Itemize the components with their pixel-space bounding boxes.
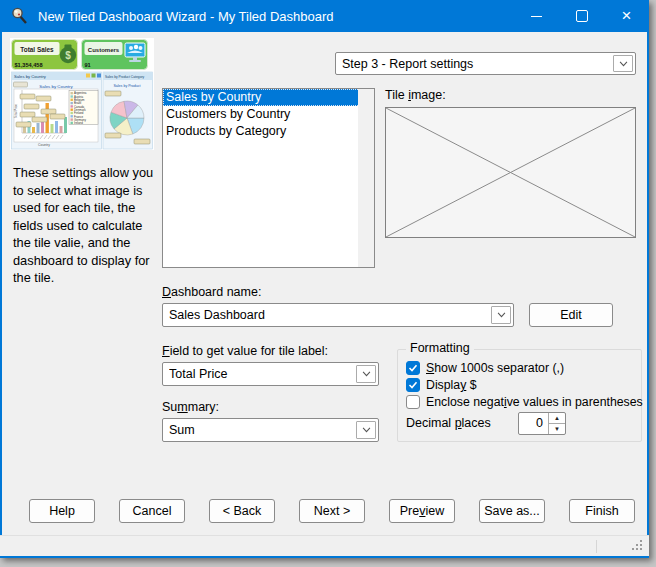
svg-text:Customers: Customers [88,47,120,53]
cancel-button[interactable]: Cancel [119,499,185,523]
preview-bar-chart: Sales by Country Sales by Country Total … [12,72,102,149]
svg-text:Sales by Product: Sales by Product [113,84,140,88]
dashboard-name-dropdown-button[interactable] [491,306,511,324]
help-button[interactable]: Help [29,499,95,523]
enclose-negative-checkbox[interactable] [406,395,420,409]
chevron-down-icon [619,61,628,67]
preview-button[interactable]: Preview [389,499,455,523]
list-item-customers-by-country[interactable]: Customers by Country [163,106,374,123]
chevron-down-icon [362,427,371,433]
svg-text:Ireland: Ireland [74,121,83,125]
wizard-magnifier-icon [11,7,29,25]
preview-tile-total-sales: Total Sales $ $1,354,458 [12,40,78,70]
spin-down-button[interactable]: ▼ [549,424,565,434]
chevron-down-icon [497,312,506,318]
summary-label: Summary: [162,400,219,414]
titlebar: New Tiled Dashboard Wizard - My Tiled Da… [0,0,649,32]
list-item-sales-by-country[interactable]: Sales by Country [163,89,374,106]
preview-pie-chart: Sales by Product Category Sales by Produ… [103,72,153,149]
empty-image-x-icon [386,108,635,237]
step-selector-value: Step 3 - Report settings [342,57,611,71]
listbox-scrollbar[interactable] [358,89,374,267]
close-icon: × [622,6,632,26]
show-1000s-separator-label: Show 1000s separator (,) [426,361,564,375]
svg-text:Sales by Product Category: Sales by Product Category [105,75,145,79]
save-as-button[interactable]: Save as... [479,499,545,523]
summary-combo[interactable]: Sum [162,418,379,442]
edit-button[interactable]: Edit [529,303,613,327]
minimize-button[interactable] [514,0,559,32]
chevron-down-icon [362,371,371,377]
decimal-places-label: Decimal places [406,416,491,430]
resize-grip[interactable] [640,548,642,550]
show-1000s-separator-row[interactable]: Show 1000s separator (,) [406,360,564,376]
maximize-icon [576,10,588,22]
svg-text:$: $ [65,50,71,61]
formatting-groupbox: Formatting Show 1000s separator (,) Disp… [397,349,642,442]
tile-image-placeholder [385,107,636,238]
svg-text:Country: Country [38,143,50,147]
check-icon [408,363,418,373]
step-description: These settings allow you to select what … [13,164,156,287]
decimal-places-value[interactable]: 0 [519,413,548,434]
dashboard-preview-image: Total Sales $ $1,354,458 Customers 9 [10,38,154,150]
back-button[interactable]: < Back [209,499,275,523]
svg-text:$1,354,458: $1,354,458 [15,62,43,68]
window-title: New Tiled Dashboard Wizard - My Tiled Da… [38,9,514,24]
svg-text:Total Price: Total Price [14,104,18,118]
report-listbox[interactable]: Sales by Country Customers by Country Pr… [162,88,375,268]
spin-up-button[interactable]: ▲ [549,413,565,424]
list-item-products-by-category[interactable]: Products by Category [163,123,374,140]
preview-tile-customers: Customers 91 [82,40,148,70]
formatting-title: Formatting [406,341,474,355]
svg-text:91: 91 [85,62,91,68]
dashboard-name-combo[interactable]: Sales Dashboard [162,303,514,327]
summary-combo-value: Sum [169,423,354,437]
next-button[interactable]: Next > [299,499,365,523]
field-combo[interactable]: Total Price [162,362,379,386]
summary-combo-dropdown-button[interactable] [356,421,376,439]
display-dollar-label: Display $ [426,378,477,392]
enclose-negative-row[interactable]: Enclose negative values in parentheses [406,394,643,410]
field-combo-dropdown-button[interactable] [356,365,376,383]
dashboard-name-label: Dashboard name: [162,285,261,299]
field-combo-value: Total Price [169,367,354,381]
dashboard-name-value: Sales Dashboard [169,308,489,322]
status-bar-divider [596,540,597,553]
status-bar [0,535,649,556]
enclose-negative-label: Enclose negative values in parentheses [426,395,643,409]
svg-text:Total Sales: Total Sales [20,46,54,53]
window-controls: × [514,0,649,32]
svg-text:Sales by Country: Sales by Country [39,84,73,89]
display-dollar-checkbox[interactable] [406,378,420,392]
tile-image-label: Tile image: [385,88,446,102]
minimize-icon [531,16,542,17]
field-label: Field to get value for tile label: [162,344,328,358]
display-dollar-row[interactable]: Display $ [406,377,477,393]
svg-text:Sales by Country: Sales by Country [14,74,47,79]
step-selector-combo[interactable]: Step 3 - Report settings [335,52,636,75]
wizard-dialog: New Tiled Dashboard Wizard - My Tiled Da… [0,0,649,558]
decimal-places-spinner[interactable]: 0 ▲ ▼ [518,412,566,435]
preview-legend: Argentina Austria Belgium Brazil Canada … [69,91,98,126]
finish-button[interactable]: Finish [569,499,635,523]
show-1000s-separator-checkbox[interactable] [406,361,420,375]
check-icon [408,380,418,390]
close-button[interactable]: × [604,0,649,32]
maximize-button[interactable] [559,0,604,32]
step-selector-dropdown-button[interactable] [613,55,633,72]
